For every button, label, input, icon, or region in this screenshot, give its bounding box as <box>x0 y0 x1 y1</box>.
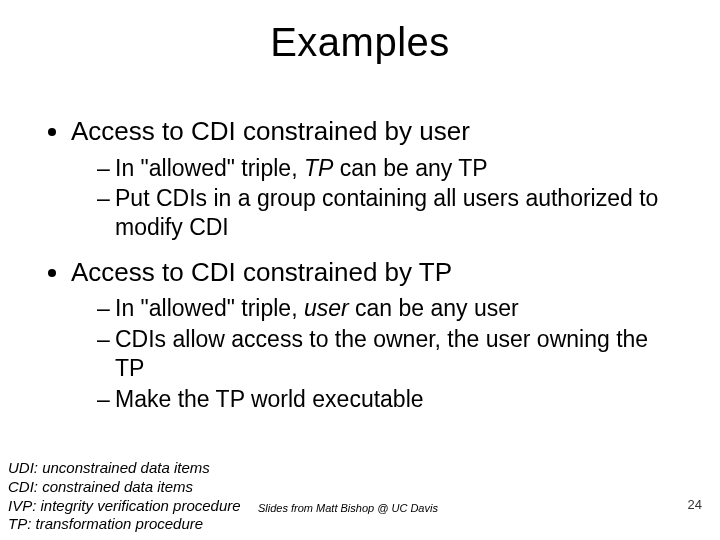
sub-text-pre: Make the TP world executable <box>115 386 424 412</box>
sub-item: In "allowed" triple, TP can be any TP <box>97 154 675 183</box>
sub-text-pre: In "allowed" triple, <box>115 155 304 181</box>
sub-list: In "allowed" triple, TP can be any TP Pu… <box>71 154 675 242</box>
slide-title: Examples <box>0 20 720 65</box>
page-number: 24 <box>688 497 702 512</box>
sub-item: Make the TP world executable <box>97 385 675 414</box>
bullet-list: Access to CDI constrained by user In "al… <box>45 115 675 413</box>
bullet-item: Access to CDI constrained by TP In "allo… <box>71 256 675 414</box>
footer-definitions: UDI: unconstrained data items CDI: const… <box>8 459 241 534</box>
slide-content: Access to CDI constrained by user In "al… <box>45 115 675 427</box>
sub-item: Put CDIs in a group containing all users… <box>97 184 675 242</box>
bullet-text: Access to CDI constrained by user <box>71 116 470 146</box>
def-cdi: CDI: constrained data items <box>8 478 241 497</box>
sub-text-post: can be any TP <box>333 155 487 181</box>
slide: Examples Access to CDI constrained by us… <box>0 0 720 540</box>
bullet-text: Access to CDI constrained by TP <box>71 257 452 287</box>
sub-list: In "allowed" triple, user can be any use… <box>71 294 675 413</box>
sub-text-pre: In "allowed" triple, <box>115 295 304 321</box>
def-ivp: IVP: integrity verification procedure <box>8 497 241 516</box>
def-tp: TP: transformation procedure <box>8 515 241 534</box>
sub-text-em: TP <box>304 155 333 181</box>
sub-text-pre: Put CDIs in a group containing all users… <box>115 185 658 240</box>
sub-item: CDIs allow access to the owner, the user… <box>97 325 675 383</box>
sub-item: In "allowed" triple, user can be any use… <box>97 294 675 323</box>
bullet-item: Access to CDI constrained by user In "al… <box>71 115 675 242</box>
sub-text-pre: CDIs allow access to the owner, the user… <box>115 326 648 381</box>
sub-text-post: can be any user <box>349 295 519 321</box>
def-udi: UDI: unconstrained data items <box>8 459 241 478</box>
footer-credit: Slides from Matt Bishop @ UC Davis <box>258 502 438 514</box>
sub-text-em: user <box>304 295 349 321</box>
